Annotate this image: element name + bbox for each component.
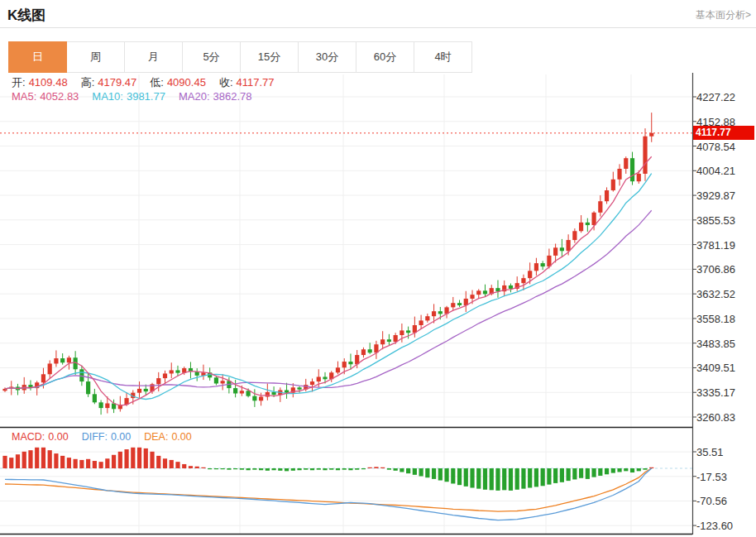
ohlc-readout: 开:4109.48高:4179.47低:4090.45收:4117.77 (12, 75, 288, 90)
price-axis-label: 4004.21 (696, 165, 735, 177)
macd-axis-label: -70.56 (696, 495, 727, 507)
legend-value: 4109.48 (29, 76, 68, 89)
legend-label: MA20: (179, 90, 210, 103)
macd-axis-label: 35.51 (696, 446, 724, 458)
legend-value: 0.00 (171, 431, 191, 443)
legend-value: 4090.45 (167, 76, 206, 89)
legend-value: 3862.78 (213, 90, 252, 103)
legend-label: MA5: (12, 90, 36, 103)
legend-label: 高: (81, 76, 95, 89)
legend-value: 4052.83 (40, 90, 79, 103)
price-axis-label: 3409.51 (696, 362, 735, 374)
tab-日[interactable]: 日 (8, 41, 67, 73)
price-axis-label: 3260.83 (696, 411, 735, 424)
price-axis-label: 3855.53 (696, 213, 735, 226)
legend-value: 4117.77 (237, 76, 275, 89)
legend-label: MA10: (92, 90, 123, 103)
legend-label: DEA: (144, 431, 168, 443)
legend-label: DIFF: (82, 431, 108, 443)
legend-value: 0.00 (48, 431, 68, 443)
legend-value: 0.00 (111, 431, 131, 443)
kline-widget: K线图 基本面分析> 日周月5分15分30分60分4时 开:4109.48高:4… (0, 0, 756, 537)
price-axis-label: 3706.86 (696, 263, 735, 276)
legend-label: MACD: (12, 431, 45, 443)
price-axis-label: 3929.87 (696, 189, 735, 202)
macd-axis-label: -17.53 (696, 470, 727, 482)
price-axis-label: 3483.85 (696, 337, 735, 349)
legend-value: 4179.47 (98, 76, 136, 89)
legend-label: 开: (12, 76, 26, 89)
price-axis-label: 4227.22 (696, 91, 735, 103)
legend-value: 3981.77 (127, 90, 165, 103)
macd-readout: MACD:0.00DIFF:0.00DEA:0.00 (12, 431, 205, 443)
legend-label: 低: (150, 76, 164, 89)
current-price-tag: 4117.77 (693, 126, 754, 140)
macd-axis-label: -123.60 (696, 520, 733, 532)
price-axis-label: 3781.19 (696, 238, 735, 251)
price-axis-label: 3632.52 (696, 288, 735, 300)
price-axis-label: 3335.17 (696, 386, 735, 399)
legend-label: 收: (219, 76, 233, 89)
ma-readout: MA5:4052.83MA10:3981.77MA20:3862.78 (12, 90, 266, 103)
price-axis-label: 4078.54 (696, 140, 735, 152)
kline-chart-canvas[interactable] (0, 0, 756, 464)
price-axis-label: 3558.18 (696, 312, 735, 324)
